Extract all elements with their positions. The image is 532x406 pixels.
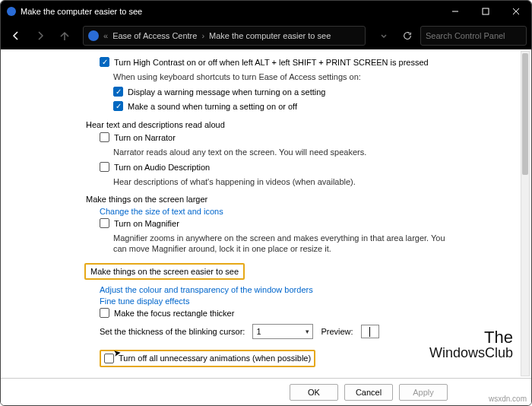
search-input[interactable]: Search Control Panel bbox=[420, 26, 527, 46]
preview-label: Preview: bbox=[321, 327, 353, 336]
narrator-desc: Narrator reads aloud any text on the scr… bbox=[113, 147, 448, 157]
button-row: OK Cancel Apply bbox=[1, 378, 531, 405]
warning-label: Display a warning message when turning o… bbox=[128, 87, 325, 98]
narrator-checkbox[interactable] bbox=[100, 132, 109, 142]
easier-header: Make things on the screen easier to see bbox=[90, 267, 239, 276]
narrator-label: Turn on Narrator bbox=[114, 132, 176, 144]
breadcrumb[interactable]: « Ease of Access Centre › Make the compu… bbox=[83, 26, 366, 46]
forward-button[interactable] bbox=[30, 25, 51, 46]
audio-desc-label: Turn on Audio Description bbox=[114, 162, 210, 173]
nav-bar: « Ease of Access Centre › Make the compu… bbox=[1, 22, 531, 49]
app-icon bbox=[7, 7, 16, 16]
sound-label: Make a sound when turning a setting on o… bbox=[128, 101, 297, 113]
scrollbar[interactable] bbox=[521, 51, 530, 376]
cancel-button[interactable]: Cancel bbox=[344, 384, 393, 401]
turn-off-anim-highlight: Turn off all unnecessary animations (whe… bbox=[100, 350, 315, 367]
apply-button[interactable]: Apply bbox=[399, 384, 448, 401]
dropdown-button[interactable] bbox=[373, 25, 394, 46]
turn-off-anim-label: Turn off all unnecessary animations (whe… bbox=[119, 353, 311, 364]
back-button[interactable] bbox=[5, 25, 27, 46]
high-contrast-checkbox[interactable] bbox=[100, 57, 109, 67]
location-icon bbox=[88, 30, 99, 41]
hear-header: Hear text and descriptions read aloud bbox=[86, 120, 448, 129]
thickness-combo[interactable]: 1 ▾ bbox=[252, 324, 313, 339]
thickness-label: Set the thickness of the blinking cursor… bbox=[100, 327, 245, 336]
sound-checkbox[interactable] bbox=[113, 101, 123, 111]
magnifier-checkbox[interactable] bbox=[100, 218, 109, 228]
breadcrumb-part[interactable]: Ease of Access Centre bbox=[112, 31, 197, 40]
preview-box bbox=[361, 325, 379, 338]
cursor-preview bbox=[369, 327, 370, 337]
audio-desc-checkbox[interactable] bbox=[100, 162, 109, 172]
magnifier-label: Turn on Magnifier bbox=[114, 218, 179, 230]
high-contrast-label: Turn High Contrast on or off when left A… bbox=[114, 57, 429, 68]
up-button[interactable] bbox=[54, 25, 75, 46]
refresh-button[interactable] bbox=[397, 26, 417, 46]
close-button[interactable] bbox=[501, 1, 531, 22]
thickness-value: 1 bbox=[256, 327, 261, 336]
change-size-link[interactable]: Change the size of text and icons bbox=[100, 207, 448, 216]
chevron-down-icon: ▾ bbox=[306, 328, 309, 335]
larger-header: Make things on the screen larger bbox=[86, 195, 448, 204]
window-title: Make the computer easier to see bbox=[21, 7, 142, 16]
adjust-colour-link[interactable]: Adjust the colour and transparency of th… bbox=[100, 285, 448, 294]
search-placeholder: Search Control Panel bbox=[426, 31, 505, 40]
maximize-button[interactable] bbox=[470, 1, 501, 22]
audio-desc-desc: Hear descriptions of what's happening in… bbox=[113, 176, 448, 187]
turn-off-anim-checkbox[interactable] bbox=[104, 354, 114, 363]
warning-checkbox[interactable] bbox=[113, 87, 123, 97]
ok-button[interactable]: OK bbox=[290, 384, 338, 401]
content-area: Turn High Contrast on or off when left A… bbox=[1, 49, 531, 378]
focus-rect-label: Make the focus rectangle thicker bbox=[114, 308, 234, 319]
focus-rect-checkbox[interactable] bbox=[100, 308, 109, 318]
svg-rect-1 bbox=[483, 8, 489, 14]
easier-header-highlight: Make things on the screen easier to see bbox=[84, 263, 245, 280]
breadcrumb-part[interactable]: Make the computer easier to see bbox=[209, 31, 331, 40]
kb-shortcut-intro: When using keyboard shortcuts to turn Ea… bbox=[113, 71, 448, 82]
minimize-button[interactable] bbox=[440, 1, 470, 22]
fine-tune-link[interactable]: Fine tune display effects bbox=[100, 297, 448, 306]
title-bar: Make the computer easier to see bbox=[1, 1, 531, 22]
scroll-thumb[interactable] bbox=[522, 53, 528, 175]
magnifier-desc: Magnifier zooms in anywhere on the scree… bbox=[113, 233, 448, 254]
